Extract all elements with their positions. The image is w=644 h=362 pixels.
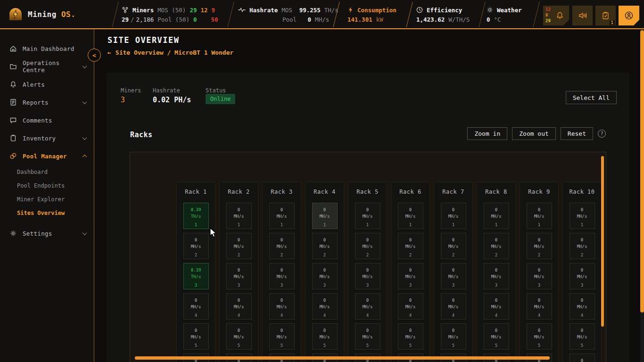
- sidebar-item-pool-manager[interactable]: Pool Manager: [0, 147, 94, 165]
- racks-horizontal-scrollbar[interactable]: [135, 356, 550, 360]
- miner-cell[interactable]: 0MH/s3: [570, 263, 595, 289]
- miner-cell[interactable]: 0MH/s2: [226, 233, 252, 259]
- miner-cell[interactable]: 0MH/s2: [269, 233, 295, 259]
- miner-cell[interactable]: 0MH/s2: [183, 233, 209, 259]
- miner-cell[interactable]: 0MH/s4: [484, 293, 509, 320]
- miner-hashrate-unit: MH/s: [534, 244, 545, 249]
- miner-cell[interactable]: 0MH/s4: [398, 293, 423, 320]
- miner-hashrate-value: 0: [538, 267, 540, 273]
- tasks-button[interactable]: 1: [595, 6, 616, 25]
- miner-cell[interactable]: 0MH/s3: [226, 263, 252, 289]
- brand-logo[interactable]: Mining OS.: [8, 6, 75, 22]
- miner-cell[interactable]: 0MH/s1: [269, 203, 295, 229]
- miner-cell[interactable]: 0MH/s1: [226, 203, 252, 229]
- sidebar-item-operations-centre[interactable]: Operations Centre: [0, 58, 94, 75]
- miner-cell[interactable]: 0MH/s3: [484, 263, 509, 289]
- miner-cell[interactable]: 0MH/s2: [355, 233, 380, 259]
- miner-cell[interactable]: 0MH/s3: [312, 263, 338, 289]
- miner-cell[interactable]: 0MH/s2: [527, 233, 552, 259]
- miner-cell[interactable]: 8.39TH/s3: [183, 263, 209, 289]
- miner-cell[interactable]: 0MH/s4: [527, 293, 552, 320]
- miner-cell[interactable]: 0MH/s5: [312, 323, 338, 350]
- miner-index: 5: [581, 343, 583, 348]
- sidebar-item-settings[interactable]: Settings: [0, 224, 94, 242]
- miner-cell[interactable]: 0MH/s4: [183, 293, 209, 320]
- miner-cell[interactable]: 0MH/s5: [484, 323, 509, 350]
- miner-hashrate-unit: MH/s: [277, 244, 287, 249]
- header-hashrate-section: Hashrate MOS 99.255 TH/s Pool 0 MH/s: [238, 0, 332, 29]
- miner-cell[interactable]: 0MH/s3: [527, 263, 552, 289]
- miner-cell[interactable]: 0MH/s2: [398, 233, 423, 259]
- site-panel: Miners 3 Hashrate 0.02 PH/s Status Onlin…: [107, 73, 629, 362]
- miner-cell[interactable]: 0MH/s2: [441, 233, 466, 259]
- miner-cell[interactable]: 0MH/s4: [441, 293, 466, 320]
- brand-name: Mining OS.: [28, 10, 75, 19]
- racks-vertical-scrollbar[interactable]: [601, 156, 604, 327]
- breadcrumb[interactable]: ← Site Overview / MicroBT 1 Wonder: [107, 49, 233, 56]
- miner-cell[interactable]: 0MH/s2: [484, 233, 509, 259]
- miner-cell[interactable]: 0MH/s3: [355, 263, 380, 289]
- sidebar-item-inventory[interactable]: Inventory: [0, 129, 94, 147]
- help-icon[interactable]: ?: [598, 130, 606, 138]
- miner-cell[interactable]: 0MH/s5: [527, 323, 552, 350]
- hashrate-pool-unit: MH/s: [315, 16, 329, 23]
- miner-cell[interactable]: 0MH/s1: [570, 203, 595, 229]
- miner-hashrate-unit: MH/s: [191, 334, 201, 340]
- miner-cell[interactable]: 0MH/s5: [269, 323, 295, 350]
- sidebar-item-comments[interactable]: Comments: [0, 111, 94, 129]
- announcements-button[interactable]: [572, 6, 593, 25]
- miner-cell[interactable]: 0MH/s5: [398, 323, 423, 350]
- sidebar-subitem-pool-endpoints[interactable]: Pool Endpoints: [0, 179, 94, 192]
- miner-hashrate-unit: MH/s: [277, 334, 287, 340]
- sidebar-item-label: Reports: [23, 99, 77, 106]
- miner-cell[interactable]: 0MH/s2: [312, 233, 338, 259]
- sidebar-item-reports[interactable]: Reports: [0, 93, 94, 111]
- miner-cell[interactable]: 0MH/s1: [441, 203, 466, 229]
- miner-cell[interactable]: 0MH/s4: [269, 293, 295, 320]
- miner-cell[interactable]: 0MH/s6: [570, 354, 595, 362]
- racks-viewport[interactable]: Rack 18.39TH/s10MH/s28.39TH/s30MH/s40MH/…: [130, 152, 606, 362]
- miner-cell[interactable]: 0MH/s1: [527, 203, 552, 229]
- miner-cell[interactable]: 0MH/s3: [269, 263, 295, 289]
- sidebar-subitem-sites-overview[interactable]: Sites Overview: [0, 206, 94, 220]
- miner-hashrate-unit: MH/s: [234, 334, 244, 340]
- miner-cell[interactable]: 0MH/s4: [570, 293, 595, 320]
- sidebar-collapse-button[interactable]: <: [88, 49, 101, 62]
- miner-index: 1: [323, 222, 326, 227]
- miner-cell[interactable]: 0MH/s5: [355, 323, 380, 350]
- zoom-in-button[interactable]: Zoom in: [467, 127, 507, 140]
- sidebar-subitem-dashboard[interactable]: Dashboard: [0, 165, 94, 179]
- miner-cell[interactable]: 0MH/s5: [183, 323, 209, 350]
- sidebar-item-main-dashboard[interactable]: Main Dashboard: [0, 40, 94, 58]
- miner-cell[interactable]: 0MH/s4: [226, 293, 252, 320]
- miner-cell[interactable]: 0MH/s1: [312, 203, 338, 229]
- sidebar-item-alerts[interactable]: Alerts: [0, 75, 94, 93]
- select-all-button[interactable]: Select All: [566, 91, 617, 104]
- page-scrollbar-thumb[interactable]: [640, 30, 644, 313]
- miner-hashrate-unit: MH/s: [577, 334, 587, 340]
- miner-cell[interactable]: 0MH/s5: [570, 323, 595, 350]
- reset-button[interactable]: Reset: [561, 127, 593, 140]
- back-arrow-icon[interactable]: ←: [107, 49, 111, 56]
- miner-cell[interactable]: 0MH/s1: [355, 203, 380, 229]
- miner-cell[interactable]: 0MH/s2: [570, 233, 595, 259]
- miner-index: 5: [195, 343, 197, 348]
- zoom-out-button[interactable]: Zoom out: [512, 127, 556, 140]
- miner-cell[interactable]: 0MH/s1: [398, 203, 423, 229]
- miner-hashrate-unit: TH/s: [191, 214, 201, 219]
- rack-title: Rack 9: [520, 189, 558, 195]
- miner-cell[interactable]: 0MH/s1: [484, 203, 509, 229]
- miner-cell[interactable]: 0MH/s3: [398, 263, 423, 289]
- miner-cell[interactable]: 0MH/s4: [355, 293, 380, 320]
- miner-index: 4: [281, 313, 283, 318]
- miner-cell[interactable]: 0MH/s5: [441, 323, 466, 350]
- sidebar-subitem-miner-explorer[interactable]: Miner Explorer: [0, 192, 94, 206]
- miners-nodes-icon: [122, 7, 129, 14]
- miner-cell[interactable]: 0MH/s3: [441, 263, 466, 289]
- miner-cell[interactable]: 0MH/s5: [226, 323, 252, 350]
- rack-title: Rack 4: [305, 189, 344, 195]
- miner-cell[interactable]: 8.39TH/s1: [183, 203, 209, 229]
- miner-cell[interactable]: 0MH/s4: [312, 293, 338, 320]
- account-button[interactable]: [619, 6, 639, 25]
- notifications-button[interactable]: 12 8 29: [543, 6, 569, 25]
